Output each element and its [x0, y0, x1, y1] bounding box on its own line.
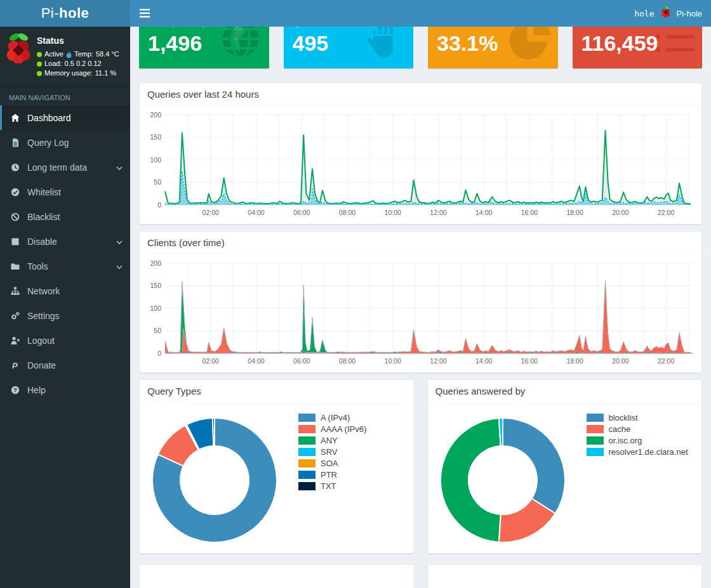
sidebar-toggle-button[interactable] [130, 0, 159, 27]
svg-text:150: 150 [150, 282, 161, 289]
donut-slice-txt[interactable] [213, 418, 215, 446]
svg-text:20:00: 20:00 [612, 357, 628, 365]
folder-icon [9, 262, 22, 271]
sidebar-item-logout[interactable]: Logout [0, 328, 130, 353]
user-times-icon [9, 336, 22, 345]
sidebar-item-whitelist[interactable]: Whitelist [0, 180, 130, 204]
svg-text:16:00: 16:00 [521, 357, 538, 365]
query-types-legend: A (IPv4)AAAA (IPv6)ANYSRVSOAPTRTXT [298, 408, 366, 554]
legend-label: TXT [321, 481, 336, 491]
legend-item-srv[interactable]: SRV [298, 446, 366, 457]
answered-by-title: Queries answered by [428, 380, 702, 403]
legend-item-blocklist[interactable]: blocklist [587, 412, 688, 423]
status-load-label: Load: [44, 59, 62, 69]
status-memory-value: 11.1 % [95, 69, 116, 78]
svg-text:18:00: 18:00 [567, 357, 583, 365]
sidebar-item-query-log[interactable]: Query Log [0, 130, 130, 155]
brand-logo[interactable]: Pi-hole [0, 0, 130, 27]
main-content: Total queries (3 clients)1,496Queries Bl… [130, 0, 711, 588]
sidebar-item-tools[interactable]: Tools [0, 254, 130, 278]
home-icon [9, 114, 22, 122]
check-circle-icon [9, 188, 22, 197]
legend-swatch [298, 414, 316, 422]
sidebar-item-dashboard[interactable]: Dashboard [0, 105, 130, 130]
svg-text:02:00: 02:00 [203, 357, 219, 365]
temperature-flame-icon [66, 51, 72, 58]
sidebar-item-network[interactable]: Network [0, 278, 130, 303]
legend-swatch [298, 436, 316, 445]
svg-text:12:00: 12:00 [430, 209, 446, 216]
svg-text:50: 50 [154, 178, 161, 186]
brand-prefix: Pi- [41, 5, 59, 21]
legend-item-soa[interactable]: SOA [298, 457, 366, 469]
app-label[interactable]: Pi-hole [677, 9, 702, 18]
svg-text:14:00: 14:00 [475, 209, 492, 216]
queries-over-time-box: Queries over last 24 hours 0501001502000… [139, 82, 702, 225]
sidebar-item-disable[interactable]: Disable [0, 229, 130, 254]
svg-text:200: 200 [150, 259, 161, 267]
clients-over-time-chart[interactable]: 05010015020002:0004:0006:0008:0010:0012:… [140, 256, 701, 370]
sidebar-section-header: MAIN NAVIGATION [0, 86, 130, 105]
status-active-dot [37, 52, 42, 57]
card-value: 116,459 [581, 31, 694, 56]
legend-swatch [298, 448, 316, 456]
sidebar-item-label: Help [27, 385, 123, 395]
answered-by-legend: blocklistcacheor.isc.orgresolver1.de.cla… [587, 408, 688, 554]
donut-slice-or-isc-org[interactable] [440, 418, 500, 542]
ban-icon [9, 212, 22, 221]
brand-bold: hole [59, 5, 89, 21]
legend-swatch [587, 448, 604, 456]
legend-label: A (IPv4) [321, 413, 350, 422]
legend-item-ptr[interactable]: PTR [298, 469, 366, 480]
status-memory-dot [37, 71, 42, 76]
legend-label: SRV [321, 447, 338, 457]
legend-label: PTR [321, 470, 337, 480]
legend-label: AAAA (IPv6) [321, 424, 366, 434]
sidebar-item-settings[interactable]: Settings [0, 303, 130, 328]
svg-text:150: 150 [150, 133, 161, 141]
legend-item-aaaa-ipv6-[interactable]: AAAA (IPv6) [298, 423, 366, 434]
legend-item-txt[interactable]: TXT [298, 480, 366, 492]
sidebar-item-label: Query Log [27, 138, 123, 148]
queries-over-time-title: Queries over last 24 hours [140, 83, 701, 106]
chevron-down-icon [116, 261, 123, 271]
legend-label: ANY [321, 436, 338, 445]
query-types-box: Query Types A (IPv4)AAAA (IPv6)ANYSRVSOA… [139, 379, 415, 554]
sidebar-item-label: Settings [27, 311, 123, 321]
svg-text:50: 50 [154, 327, 161, 334]
sidebar-item-help[interactable]: ?Help [0, 377, 130, 402]
svg-text:10:00: 10:00 [385, 209, 401, 216]
svg-text:10:00: 10:00 [385, 357, 401, 365]
hamburger-icon [140, 9, 150, 18]
sidebar-item-label: Whitelist [27, 187, 123, 197]
queries-over-time-chart[interactable]: 05010015020002:0004:0006:0008:0010:0012:… [140, 107, 701, 221]
card-value: 33.1% [437, 31, 549, 56]
sidebar-item-label: Blacklist [27, 212, 123, 222]
legend-item-resolver1-de-clara-net[interactable]: resolver1.de.clara.net [587, 446, 688, 457]
query-types-donut[interactable] [143, 408, 289, 554]
svg-text:100: 100 [150, 156, 161, 164]
svg-text:0: 0 [157, 350, 161, 357]
legend-item-any[interactable]: ANY [298, 434, 366, 446]
answered-by-donut[interactable] [432, 408, 578, 554]
svg-text:02:00: 02:00 [203, 209, 219, 216]
svg-text:16:00: 16:00 [521, 209, 538, 216]
bottom-boxes-row [139, 564, 702, 588]
status-state: Active [44, 49, 63, 59]
status-memory-line: Memory usage: 11.1 % [37, 69, 119, 78]
svg-text:04:00: 04:00 [248, 209, 264, 216]
legend-item-cache[interactable]: cache [587, 423, 688, 434]
card-value: 495 [293, 31, 405, 56]
clients-over-time-title: Clients (over time) [140, 232, 701, 254]
sidebar-item-donate[interactable]: PDonate [0, 353, 130, 377]
legend-item-or-isc-org[interactable]: or.isc.org [587, 434, 688, 446]
status-temp-label: Temp: [74, 49, 93, 59]
status-active-line: Active Temp: 58.4 °C [37, 49, 119, 59]
chevron-down-icon [116, 237, 123, 247]
paypal-icon: P [9, 361, 22, 370]
svg-text:04:00: 04:00 [248, 357, 264, 365]
legend-item-a-ipv4-[interactable]: A (IPv4) [298, 412, 366, 423]
sidebar-item-long-term-data[interactable]: Long term data [0, 155, 130, 180]
sidebar-item-blacklist[interactable]: Blacklist [0, 204, 130, 229]
bottom-box-left [139, 564, 415, 588]
